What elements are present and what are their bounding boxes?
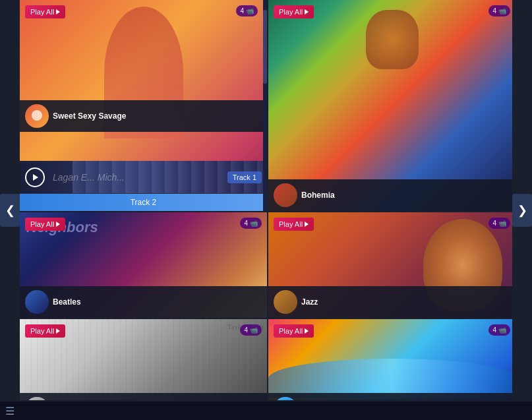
bad-neeks-camera-icon: 📹	[250, 326, 258, 334]
main-container: ❮ ❯ Play All 4 📹	[0, 0, 532, 420]
play-arrow-bohemia-icon	[305, 9, 309, 15]
bottom-bar: ☰	[0, 402, 532, 420]
phonera-card-info: Phonera Mix Feat MNM	[268, 393, 512, 400]
play-all-phonera-label: Play All	[279, 327, 303, 335]
track-1-badge: Track 1	[227, 171, 262, 183]
bad-neeks-avatar	[25, 397, 49, 400]
bohemia-video-badge: 4 📹	[488, 5, 510, 16]
card-bohemia: Play All 4 📹 Bohemia	[268, 0, 512, 211]
card-sweet-sexy-savage: Play All 4 📹 Sweet Sexy Savage	[20, 0, 267, 211]
scrollbar-thumb	[263, 10, 267, 84]
play-all-bohemia-label: Play All	[279, 8, 303, 16]
card-beetles: Neighbors Play All 4 📹 Beatles	[20, 212, 267, 318]
beetles-camera-icon: 📹	[250, 220, 258, 227]
play-all-bad-neeks-label: Play All	[30, 327, 54, 335]
beetles-card-info: Beatles	[20, 286, 267, 318]
card-info-bar: Sweet Sexy Savage	[20, 100, 267, 132]
play-all-jazz-label: Play All	[279, 220, 303, 228]
bohemia-video-count: 4	[492, 7, 496, 15]
menu-icon[interactable]: ☰	[5, 405, 15, 417]
beetles-video-badge: 4 📹	[240, 218, 262, 229]
phonera-video-badge: 4 📹	[488, 324, 510, 336]
play-all-bohemia-button[interactable]: Play All	[274, 5, 314, 18]
track-2-bar[interactable]: Track 2	[20, 194, 267, 211]
play-all-phonera-button[interactable]: Play All	[274, 324, 314, 338]
track-play-button[interactable]	[25, 167, 45, 187]
play-all-jazz-button[interactable]: Play All	[274, 218, 314, 231]
beetles-title: Beatles	[53, 297, 81, 307]
chevron-left-icon: ❮	[5, 203, 15, 218]
play-arrow-jazz-icon	[305, 222, 309, 227]
jazz-video-badge: 4 📹	[488, 218, 510, 229]
play-all-button[interactable]: Play All	[25, 5, 65, 18]
bohemia-camera-icon: 📹	[498, 7, 506, 15]
jazz-avatar	[274, 290, 297, 314]
play-arrow-beetles-icon	[56, 222, 60, 227]
track-1-row[interactable]: Lagan E... Mich... Track 1	[20, 161, 267, 194]
beetles-video-count: 4	[244, 220, 248, 227]
avatar-head	[32, 110, 42, 121]
card-jazz: Play All 4 📹 Jazz	[268, 212, 512, 318]
phonera-camera-icon: 📹	[498, 326, 506, 334]
card-bad-neeks: Taylor Swift Play All 4 📹 Bad Neeks	[20, 319, 267, 400]
bohemia-title: Bohemia	[301, 191, 335, 200]
jazz-video-count: 4	[492, 220, 496, 227]
phonera-avatar	[274, 397, 297, 400]
video-badge: 4 📹	[236, 5, 258, 16]
beetles-avatar	[25, 290, 49, 314]
album-title: Sweet Sexy Savage	[53, 111, 126, 121]
bohemia-avatar	[274, 183, 297, 207]
jazz-camera-icon: 📹	[498, 220, 506, 227]
bohemia-card-info: Bohemia	[268, 179, 512, 211]
camera-icon: 📹	[246, 7, 254, 15]
artist-avatar	[25, 104, 49, 128]
bad-neeks-video-count: 4	[244, 326, 248, 334]
video-count: 4	[240, 7, 244, 15]
jazz-card-info: Jazz	[268, 286, 512, 318]
play-arrow-icon	[56, 9, 60, 15]
play-all-beetles-label: Play All	[30, 220, 54, 228]
play-all-bad-neeks-button[interactable]: Play All	[25, 324, 65, 338]
nav-left-button[interactable]: ❮	[0, 194, 20, 227]
phonera-video-count: 4	[492, 326, 496, 334]
wave-shape	[268, 359, 512, 398]
chevron-right-icon: ❯	[517, 203, 527, 218]
play-all-beetles-button[interactable]: Play All	[25, 218, 65, 231]
track-list: Lagan E... Mich... Track 1 Track 2	[20, 161, 267, 211]
face-shape	[366, 10, 419, 69]
card-scrollbar[interactable]	[263, 0, 267, 211]
nav-right-button[interactable]: ❯	[512, 194, 532, 227]
track-play-icon	[33, 174, 38, 181]
play-all-label: Play All	[30, 8, 54, 16]
play-arrow-phonera-icon	[305, 328, 309, 334]
jazz-title: Jazz	[301, 297, 318, 307]
play-arrow-bad-neeks-icon	[56, 328, 60, 334]
bad-neeks-video-badge: 4 📹	[240, 324, 262, 336]
card-phonera-mix: Play All 4 📹 Phonera Mix Feat MNM	[268, 319, 512, 400]
bad-neeks-card-info: Bad Neeks	[20, 393, 267, 400]
